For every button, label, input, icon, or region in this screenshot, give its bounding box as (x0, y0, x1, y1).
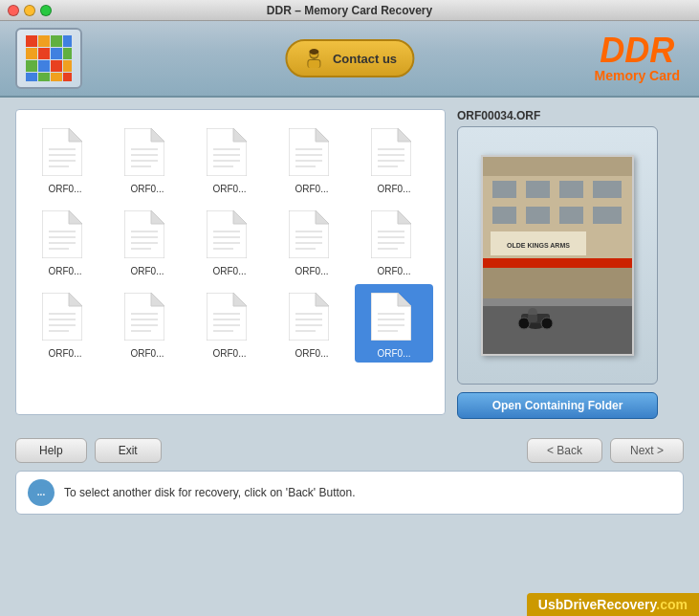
speech-bubble-icon: ... (32, 483, 51, 502)
file-icon (289, 128, 329, 176)
svg-marker-22 (69, 128, 82, 142)
svg-rect-6 (51, 48, 62, 59)
file-icon-wrap (371, 210, 417, 262)
file-icon-wrap (371, 128, 417, 180)
file-icon-wrap (371, 293, 417, 344)
back-button[interactable]: < Back (527, 438, 602, 463)
file-item[interactable]: ORF0... (273, 120, 351, 198)
file-label: ORF0... (48, 184, 81, 194)
titlebar-buttons (8, 5, 52, 16)
footer-dotcom: .com (656, 597, 688, 612)
svg-rect-5 (38, 48, 50, 59)
file-icon (124, 128, 164, 176)
file-label: ORF0... (212, 266, 246, 276)
file-item[interactable]: ORF0... (190, 120, 269, 198)
file-item[interactable]: ORF0... (26, 284, 104, 363)
app-logo-icon (26, 35, 72, 81)
svg-rect-121 (593, 207, 622, 224)
file-icon (42, 293, 82, 341)
preview-panel: ORF00034.ORF (457, 109, 684, 419)
svg-rect-114 (492, 181, 516, 198)
file-item[interactable]: ORF0... (190, 202, 269, 280)
svg-rect-1 (38, 35, 50, 47)
maximize-button[interactable] (40, 5, 52, 16)
file-item[interactable]: ORF0... (355, 120, 433, 198)
file-icon-wrap (207, 210, 252, 262)
svg-rect-13 (38, 73, 50, 81)
svg-marker-70 (316, 210, 329, 224)
file-icon (371, 128, 411, 176)
footer: UsbDriveRecovery.com (527, 593, 699, 616)
file-label: ORF0... (130, 266, 164, 276)
open-folder-button[interactable]: Open Containing Folder (457, 392, 658, 419)
svg-rect-120 (559, 207, 583, 224)
file-label: ORF0... (295, 266, 328, 276)
svg-point-20 (309, 49, 318, 55)
file-item[interactable]: ORF0... (108, 202, 186, 280)
exit-button[interactable]: Exit (95, 438, 162, 463)
preview-image-frame: OLDE KINGS ARMS (481, 155, 634, 356)
file-icon-wrap (207, 293, 252, 344)
file-icon-wrap (42, 293, 88, 344)
file-label: ORF0... (295, 348, 328, 359)
minimize-button[interactable] (24, 5, 35, 16)
status-message: To select another disk for recovery, cli… (64, 486, 356, 499)
svg-rect-15 (63, 73, 72, 81)
svg-rect-12 (26, 73, 37, 81)
file-item[interactable]: ORF0... (273, 202, 351, 280)
file-grid-panel[interactable]: ORF0... ORF0... ORF0... ORF0... (15, 109, 446, 415)
file-item[interactable]: ORF0... (355, 202, 433, 280)
status-icon: ... (28, 479, 55, 506)
svg-marker-106 (398, 293, 411, 306)
file-icon (207, 128, 247, 176)
file-icon-wrap (124, 210, 170, 262)
file-item[interactable]: ORF0... (190, 284, 269, 363)
svg-rect-115 (526, 181, 550, 198)
file-label: ORF0... (48, 348, 81, 359)
svg-rect-9 (38, 60, 50, 72)
titlebar: DDR – Memory Card Recovery (0, 0, 699, 21)
file-icon-wrap (289, 210, 335, 262)
file-item[interactable]: ORF0... (26, 202, 104, 280)
svg-marker-58 (151, 210, 164, 224)
svg-marker-46 (398, 128, 411, 142)
svg-point-131 (541, 318, 553, 329)
svg-rect-4 (26, 48, 37, 59)
file-icon-wrap (124, 128, 170, 180)
preview-box: OLDE KINGS ARMS (457, 126, 658, 385)
help-button[interactable]: Help (15, 438, 87, 463)
brand-sub: Memory Card (595, 68, 680, 83)
file-item[interactable]: ORF0... (108, 284, 186, 363)
brand-section: DDR Memory Card (595, 33, 680, 83)
file-item[interactable]: ORF0... (355, 284, 433, 363)
file-label: ORF0... (130, 348, 164, 359)
svg-rect-116 (559, 181, 583, 198)
contact-button[interactable]: Contact us (285, 39, 414, 77)
file-item[interactable]: ORF0... (273, 284, 351, 363)
svg-rect-118 (492, 207, 516, 224)
file-item[interactable]: ORF0... (108, 120, 186, 198)
file-icon-wrap (42, 128, 88, 180)
svg-rect-10 (51, 60, 62, 72)
file-icon-wrap (124, 293, 170, 344)
window-title: DDR – Memory Card Recovery (267, 4, 432, 17)
file-icon-wrap (42, 210, 88, 262)
file-label: ORF0... (295, 184, 328, 194)
file-item[interactable]: ORF0... (26, 120, 104, 198)
svg-marker-100 (316, 293, 329, 306)
svg-marker-76 (398, 210, 411, 224)
svg-marker-34 (233, 128, 247, 142)
file-label: ORF0... (377, 266, 410, 276)
footer-text: UsbDriveRecovery.com (538, 597, 688, 612)
file-icon (124, 293, 164, 341)
svg-marker-40 (316, 128, 329, 142)
file-label: ORF0... (130, 184, 164, 194)
svg-marker-28 (151, 128, 164, 142)
next-button[interactable]: Next > (610, 438, 684, 463)
svg-rect-14 (51, 73, 62, 81)
file-icon (371, 210, 411, 258)
close-button[interactable] (8, 5, 19, 16)
svg-text:...: ... (37, 487, 46, 497)
file-icon (207, 293, 247, 341)
svg-rect-124 (483, 258, 632, 268)
